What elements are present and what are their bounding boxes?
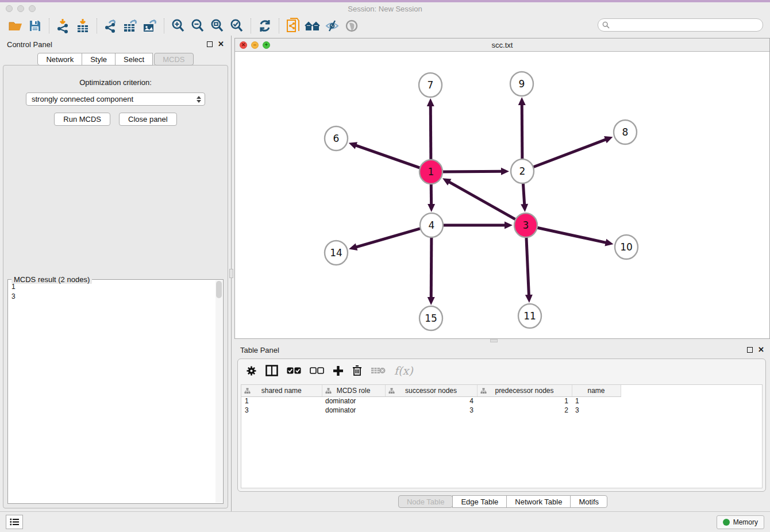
table-cell[interactable]: dominator [322, 406, 385, 415]
table-settings-button[interactable] [246, 365, 257, 376]
optimization-criterion-select[interactable]: strongly connected component [26, 92, 205, 106]
network-canvas[interactable]: 7968124314101511 [235, 52, 769, 338]
edge-3-1[interactable] [448, 182, 516, 219]
run-mcds-button[interactable]: Run MCDS [54, 113, 110, 126]
add-row-button[interactable] [333, 365, 344, 376]
table-row[interactable]: 3dominator323 [241, 406, 621, 415]
node-table-container[interactable]: shared nameMCDS rolesuccessor nodesprede… [241, 384, 763, 488]
control-panel-title: Control Panel [7, 40, 52, 49]
network-maximize-button[interactable]: + [263, 41, 270, 49]
select-all-button[interactable] [287, 367, 301, 375]
network-close-button[interactable]: ✕ [240, 41, 247, 49]
column-header-shared-name[interactable]: shared name [241, 385, 322, 396]
zoom-in-button[interactable] [168, 17, 188, 34]
task-history-button[interactable] [6, 515, 23, 529]
edge-4-15[interactable] [431, 236, 432, 298]
node-table: shared nameMCDS rolesuccessor nodesprede… [241, 385, 621, 415]
result-scrollbar-thumb[interactable] [216, 281, 222, 298]
column-type-icon [480, 388, 487, 394]
delete-column-button[interactable] [371, 366, 386, 375]
import-network-button[interactable] [53, 17, 73, 34]
column-header-successor-nodes[interactable]: successor nodes [385, 385, 477, 396]
arrowhead-3-11 [525, 295, 533, 303]
refresh-button[interactable] [255, 17, 275, 34]
node-label-9: 9 [519, 78, 525, 90]
hide-selected-button[interactable] [322, 17, 342, 34]
save-session-button[interactable] [25, 17, 45, 34]
deselect-all-button[interactable] [310, 367, 324, 375]
table-cell[interactable]: 1 [241, 396, 322, 406]
table-cell[interactable]: 3 [241, 406, 322, 415]
edge-1-6[interactable] [355, 145, 421, 168]
table-cell[interactable]: 4 [385, 396, 477, 406]
function-builder-button[interactable]: f(x) [394, 364, 413, 377]
table-cell[interactable]: 1 [477, 396, 572, 406]
edge-3-10[interactable] [537, 228, 607, 243]
network-window-titlebar[interactable]: ✕ − + scc.txt [235, 38, 769, 52]
edge-3-11[interactable] [526, 236, 529, 296]
delete-column-icon [371, 366, 386, 375]
tab-edge-table[interactable]: Edge Table [452, 495, 507, 508]
float-table-panel-icon[interactable] [747, 347, 753, 353]
edge-4-14[interactable] [356, 228, 421, 247]
zoom-out-button[interactable] [188, 17, 207, 34]
close-table-panel-icon[interactable]: ✕ [758, 347, 764, 353]
first-neighbors-button[interactable] [303, 17, 322, 34]
mcds-result-text[interactable]: 1 3 [11, 282, 215, 502]
column-layout-button[interactable] [265, 365, 278, 376]
table-tabs: Node TableEdge TableNetwork TableMotifs [234, 495, 770, 508]
tab-select[interactable]: Select [115, 53, 153, 65]
tab-network[interactable]: Network [37, 53, 82, 65]
edge-2-8[interactable] [533, 139, 607, 167]
show-all-button[interactable] [342, 17, 361, 34]
tab-motifs[interactable]: Motifs [570, 495, 607, 508]
zoom-fit-button[interactable] [207, 17, 227, 34]
network-graph[interactable]: 7968124314101511 [235, 52, 769, 338]
result-scrollbar[interactable] [215, 280, 222, 503]
node-label-3: 3 [523, 219, 529, 231]
edge-1-2[interactable] [442, 171, 502, 172]
delete-row-button[interactable] [352, 365, 362, 376]
import-table-button[interactable] [73, 17, 93, 34]
search-input[interactable] [598, 18, 763, 32]
table-panel-title: Table Panel [240, 346, 279, 354]
table-cell[interactable]: dominator [322, 396, 385, 406]
table-cell[interactable]: 3 [572, 406, 621, 415]
edge-1-7[interactable] [430, 105, 431, 161]
import-table-icon [75, 18, 90, 33]
arrowhead-4-14 [349, 243, 357, 250]
edge-2-3[interactable] [523, 182, 525, 205]
export-image-button[interactable] [140, 17, 160, 34]
column-header-predecessor-nodes[interactable]: predecessor nodes [477, 385, 572, 396]
table-cell[interactable]: 2 [477, 406, 572, 415]
vertical-splitter-grip[interactable] [229, 269, 233, 278]
close-window-button[interactable] [6, 5, 13, 12]
window-traffic-lights[interactable] [6, 5, 36, 12]
tab-network-table[interactable]: Network Table [506, 495, 571, 508]
export-table-button[interactable] [121, 17, 140, 34]
new-network-from-selection-button[interactable] [283, 17, 303, 34]
memory-button[interactable]: Memory [717, 515, 764, 529]
minimize-window-button[interactable] [17, 5, 24, 12]
table-row[interactable]: 1dominator411 [241, 396, 621, 406]
float-panel-icon[interactable] [207, 41, 213, 47]
network-minimize-button[interactable]: − [251, 41, 259, 49]
tab-style[interactable]: Style [82, 53, 116, 65]
zoom-window-button[interactable] [29, 5, 36, 12]
zoom-selected-button[interactable] [227, 17, 247, 34]
close-panel-icon[interactable]: ✕ [218, 41, 224, 47]
open-session-button[interactable] [6, 17, 25, 34]
export-network-button[interactable] [101, 17, 121, 34]
node-label-1: 1 [428, 166, 434, 178]
tab-mcds[interactable]: MCDS [154, 53, 193, 65]
node-label-7: 7 [428, 79, 434, 91]
table-cell[interactable]: 1 [572, 396, 621, 406]
tab-node-table[interactable]: Node Table [398, 495, 453, 508]
edge-2-9[interactable] [522, 104, 522, 160]
unchecked-boxes-icon [310, 367, 324, 375]
column-header-name[interactable]: name [572, 385, 621, 396]
table-cell[interactable]: 3 [385, 406, 477, 415]
column-header-MCDS-role[interactable]: MCDS role [322, 385, 385, 396]
close-panel-button[interactable]: Close panel [119, 113, 177, 126]
mcds-panel: Optimization criterion: strongly connect… [3, 65, 228, 508]
